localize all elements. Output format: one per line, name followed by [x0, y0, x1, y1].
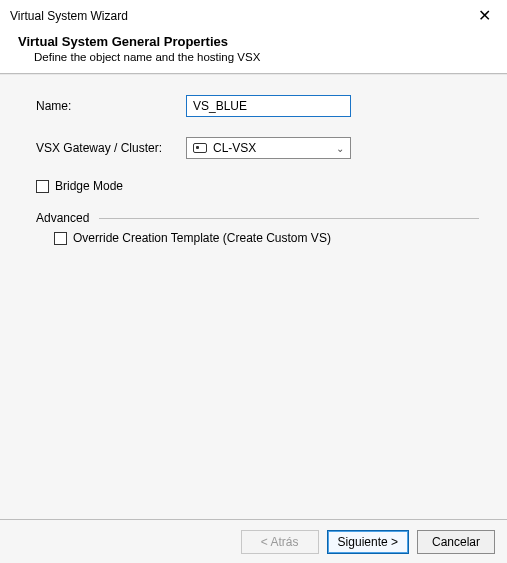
next-button[interactable]: Siguiente >: [327, 530, 409, 554]
close-icon[interactable]: ✕: [472, 6, 497, 26]
gateway-combobox[interactable]: CL-VSX ⌄: [186, 137, 351, 159]
window-title: Virtual System Wizard: [10, 9, 128, 23]
override-row: Override Creation Template (Create Custo…: [54, 231, 479, 245]
advanced-separator: Advanced: [36, 211, 479, 225]
bridge-mode-row: Bridge Mode: [36, 179, 479, 193]
chevron-down-icon: ⌄: [336, 143, 344, 154]
name-label: Name:: [36, 99, 186, 113]
gateway-row: VSX Gateway / Cluster: CL-VSX ⌄: [36, 137, 479, 159]
advanced-line: [99, 218, 479, 219]
back-button[interactable]: < Atrás: [241, 530, 319, 554]
bridge-mode-checkbox[interactable]: [36, 180, 49, 193]
wizard-header: Virtual System General Properties Define…: [0, 30, 507, 73]
gateway-value: CL-VSX: [213, 141, 256, 155]
cancel-button[interactable]: Cancelar: [417, 530, 495, 554]
advanced-label: Advanced: [36, 211, 89, 225]
page-title: Virtual System General Properties: [18, 34, 495, 49]
name-input[interactable]: [186, 95, 351, 117]
cluster-icon: [193, 143, 207, 153]
title-bar: Virtual System Wizard ✕: [0, 0, 507, 30]
gateway-label: VSX Gateway / Cluster:: [36, 141, 186, 155]
bridge-mode-label: Bridge Mode: [55, 179, 123, 193]
wizard-footer: < Atrás Siguiente > Cancelar: [0, 519, 507, 563]
override-checkbox[interactable]: [54, 232, 67, 245]
override-label: Override Creation Template (Create Custo…: [73, 231, 331, 245]
form-body: Name: VSX Gateway / Cluster: CL-VSX ⌄ Br…: [0, 74, 507, 519]
name-row: Name:: [36, 95, 479, 117]
page-subtitle: Define the object name and the hosting V…: [34, 51, 495, 63]
